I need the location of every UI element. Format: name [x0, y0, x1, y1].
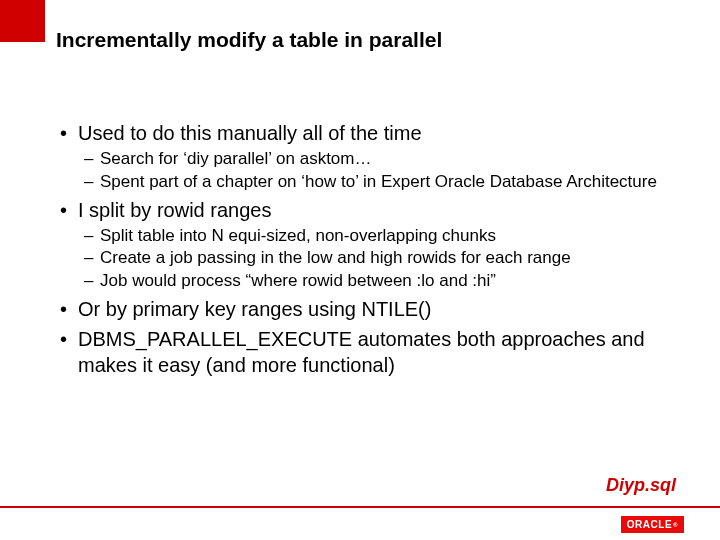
registered-mark: ® — [673, 522, 678, 528]
accent-block — [0, 0, 45, 42]
sub-item: Split table into N equi-sized, non-overl… — [78, 225, 680, 247]
footer-divider — [0, 506, 720, 508]
sub-list: Search for ‘diy parallel’ on asktom… Spe… — [78, 148, 680, 193]
slide-title: Incrementally modify a table in parallel — [56, 28, 442, 52]
footer-filename: Diyp.sql — [606, 475, 676, 496]
oracle-logo: ORACLE® — [621, 514, 684, 533]
logo-box: ORACLE® — [621, 516, 684, 533]
sub-item: Search for ‘diy parallel’ on asktom… — [78, 148, 680, 170]
sub-item: Spent part of a chapter on ‘how to’ in E… — [78, 171, 680, 193]
bullet-item: Or by primary key ranges using NTILE() — [56, 296, 680, 322]
sub-item: Job would process “where rowid between :… — [78, 270, 680, 292]
slide-body: Used to do this manually all of the time… — [56, 120, 680, 382]
bullet-item: Used to do this manually all of the time… — [56, 120, 680, 193]
bullet-list: Used to do this manually all of the time… — [56, 120, 680, 378]
logo-text: ORACLE — [627, 519, 672, 530]
bullet-item: I split by rowid ranges Split table into… — [56, 197, 680, 292]
bullet-item: DBMS_PARALLEL_EXECUTE automates both app… — [56, 326, 680, 378]
sub-list: Split table into N equi-sized, non-overl… — [78, 225, 680, 292]
bullet-text: I split by rowid ranges — [78, 199, 271, 221]
bullet-text: Used to do this manually all of the time — [78, 122, 422, 144]
sub-item: Create a job passing in the low and high… — [78, 247, 680, 269]
slide: Incrementally modify a table in parallel… — [0, 0, 720, 540]
